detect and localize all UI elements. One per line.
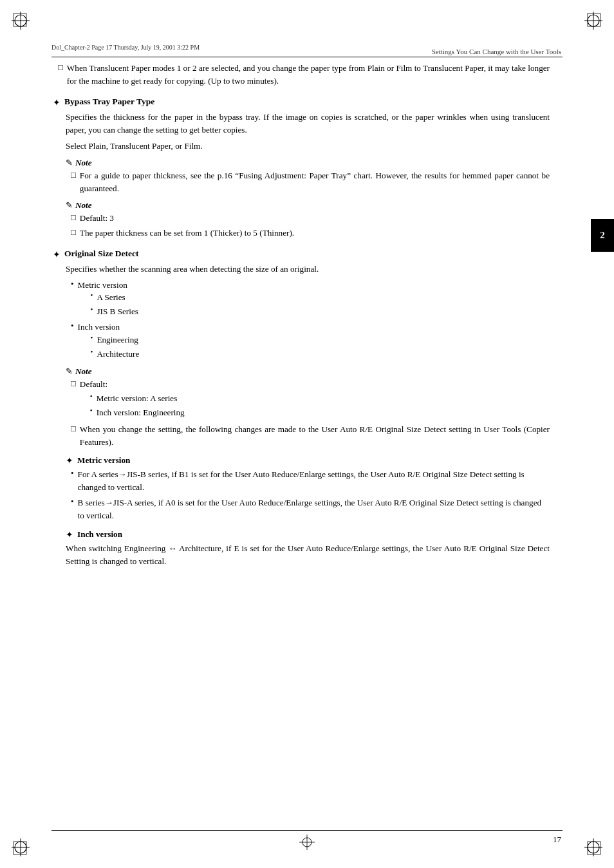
note3-change-text: When you change the setting, the followi… <box>80 423 550 449</box>
note3-default-item: □ Default: • Metric version: A series • … <box>71 378 550 420</box>
diamond-icon-bypass: ✦ <box>53 97 60 108</box>
sub-bullet-text-engineering: Engineering <box>97 334 138 346</box>
corner-mark-br <box>572 826 602 856</box>
bullet-text-inch: Inch version <box>78 322 120 332</box>
note2-heading: ✎ Note <box>66 200 550 211</box>
intro-text: When Translucent Paper modes 1 or 2 are … <box>67 62 550 88</box>
inch-subsection-body: When switching Engineering ↔ Architectur… <box>66 542 550 569</box>
note-pencil-icon2: ✎ <box>66 200 73 211</box>
bullet-icon-inch: • <box>71 321 74 331</box>
sub-bullet-aseries: • A Series <box>91 291 138 304</box>
sub-bullet-text-jisbseries: JIS B Series <box>97 305 138 318</box>
original-size-body: Specifies whether the scanning area when… <box>66 263 550 276</box>
metric-bullet1-text: For A series→JIS-B series, if B1 is set … <box>78 468 550 494</box>
note1-label: Note <box>75 158 92 168</box>
sub-bullet-architecture: • Architecture <box>91 348 140 361</box>
inch-subsection-title: Inch version <box>77 529 122 540</box>
note2-text2: The paper thickness can be set from 1 (T… <box>80 227 294 240</box>
metric-bullet1-icon: • <box>71 468 74 478</box>
checkbox-icon: □ <box>58 62 63 73</box>
bypass-body2: Select Plain, Translucent Paper, or Film… <box>66 140 550 153</box>
diamond-icon-original: ✦ <box>53 249 60 260</box>
main-content: □ When Translucent Paper modes 1 or 2 ar… <box>53 62 550 816</box>
note-pencil-icon1: ✎ <box>66 158 73 168</box>
note3-change-checkbox-icon: □ <box>71 424 76 434</box>
bypass-title: Bypass Tray Paper Type <box>64 97 154 107</box>
page-number: 17 <box>553 835 561 845</box>
sub-bullet-icon-aseries: • <box>91 291 93 299</box>
metric-bullet2: • B series→JIS-A series, if A0 is set fo… <box>71 496 550 522</box>
bottom-center-mark <box>298 833 316 854</box>
metric-sub-bullets: • For A series→JIS-B series, if B1 is se… <box>71 468 550 522</box>
sub-bullet-icon-engineering: • <box>91 334 93 341</box>
bullet-icon-default-metric: • <box>90 392 93 400</box>
note3-change-item: □ When you change the setting, the follo… <box>71 423 550 449</box>
bypass-body1: Specifies the thickness for the paper in… <box>66 111 550 137</box>
metric-subsection-heading: ✦ Metric version <box>66 455 550 466</box>
diamond-icon-metric-sub: ✦ <box>66 455 73 466</box>
note1-text: For a guide to paper thickness, see the … <box>80 169 550 195</box>
note2-item2: □ The paper thickness can be set from 1 … <box>71 227 550 240</box>
note3-default-label: Default: <box>80 379 107 389</box>
default-inch-text: Inch version: Engineering <box>97 406 185 419</box>
page: Dol_Chapter-2 Page 17 Thursday, July 19,… <box>0 0 614 868</box>
header-title: Settings You Can Change with the User To… <box>432 48 561 55</box>
sub-bullet-jisbseries: • JIS B Series <box>91 305 138 318</box>
footer-rule <box>51 830 563 831</box>
sub-bullet-inch: • Engineering • Architecture <box>91 334 140 361</box>
note3-checkbox-icon: □ <box>71 379 76 389</box>
bullet-icon-metric: • <box>71 279 74 289</box>
bullet-metric: • Metric version • A Series • JIS B Seri… <box>71 279 550 319</box>
note1-checkbox-icon: □ <box>71 170 76 180</box>
diamond-icon-inch-sub: ✦ <box>66 529 73 540</box>
original-size-bullets: • Metric version • A Series • JIS B Seri… <box>71 279 550 362</box>
sub-bullet-metric: • A Series • JIS B Series <box>91 291 138 318</box>
note2-checkbox1-icon: □ <box>71 212 76 223</box>
file-info: Dol_Chapter-2 Page 17 Thursday, July 19,… <box>51 44 200 51</box>
note-pencil-icon3: ✎ <box>66 366 73 377</box>
bullet-icon-default-inch: • <box>90 406 93 414</box>
bullet-text-metric: Metric version <box>78 280 127 290</box>
note1-item: □ For a guide to paper thickness, see th… <box>71 169 550 195</box>
note2-item1: □ Default: 3 <box>71 212 550 225</box>
default-metric-text: Metric version: A series <box>97 392 178 405</box>
sub-bullet-text-architecture: Architecture <box>97 348 139 361</box>
intro-checkbox-item: □ When Translucent Paper modes 1 or 2 ar… <box>58 62 550 88</box>
note2-label: Note <box>75 200 92 211</box>
bypass-section-heading: ✦ Bypass Tray Paper Type <box>53 97 550 108</box>
note2-checkbox2-icon: □ <box>71 227 76 238</box>
note3-default-inch: • Inch version: Engineering <box>90 406 185 419</box>
metric-subsection-title: Metric version <box>77 455 130 466</box>
bullet-inch: • Inch version • Engineering • Architect… <box>71 321 550 361</box>
note3-heading: ✎ Note <box>66 366 550 377</box>
sub-bullet-text-aseries: A Series <box>97 291 125 304</box>
corner-mark-tr <box>572 12 602 42</box>
metric-bullet1: • For A series→JIS-B series, if B1 is se… <box>71 468 550 494</box>
metric-bullet2-text: B series→JIS-A series, if A0 is set for … <box>78 496 550 522</box>
inch-subsection-heading: ✦ Inch version <box>66 529 550 540</box>
original-size-heading: ✦ Original Size Detect <box>53 249 550 260</box>
note2-text1: Default: 3 <box>80 212 114 225</box>
corner-mark-tl <box>12 12 42 42</box>
chapter-tab: 2 <box>591 219 614 252</box>
sub-bullet-icon-architecture: • <box>91 348 93 355</box>
header-rule <box>51 57 563 57</box>
original-size-title: Original Size Detect <box>64 249 138 259</box>
metric-bullet2-icon: • <box>71 496 74 507</box>
corner-mark-bl <box>12 826 42 856</box>
note3-label: Note <box>75 366 92 377</box>
sub-bullet-engineering: • Engineering <box>91 334 140 346</box>
note3-defaults: • Metric version: A series • Inch versio… <box>90 392 185 419</box>
note1-heading: ✎ Note <box>66 158 550 168</box>
note3-default-metric: • Metric version: A series <box>90 392 185 405</box>
sub-bullet-icon-jisbseries: • <box>91 305 93 313</box>
